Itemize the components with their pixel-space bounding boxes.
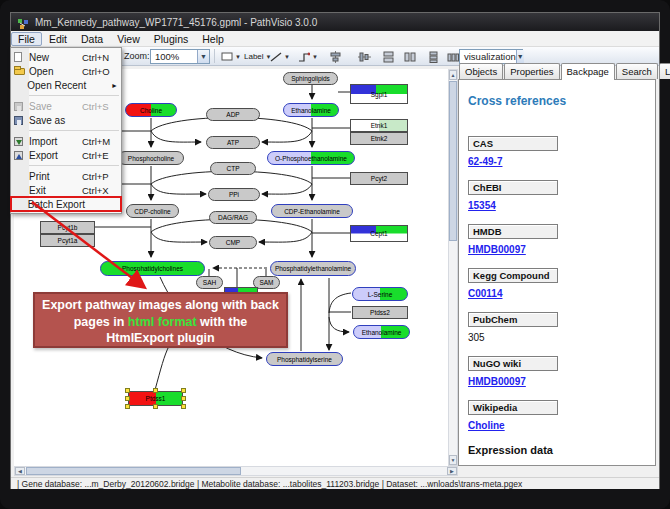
file-menu-item-import[interactable]: ImportCtrl+M (11, 134, 121, 148)
scroll-down-arrow-icon[interactable]: ▼ (449, 455, 457, 465)
node-label: Phosphocholine (128, 155, 174, 162)
node-phosphatidylethanolamine[interactable]: Phosphatidylethanolamine (270, 261, 356, 276)
datanode-icon (221, 52, 233, 61)
node-sgpl1[interactable]: Sgpl1 (350, 84, 408, 104)
node-etnk1[interactable]: Etnk1 (350, 119, 408, 132)
node-cmp[interactable]: CMP (209, 236, 257, 249)
selection-handle[interactable] (181, 396, 186, 401)
node-adp[interactable]: ADP (206, 108, 260, 121)
align-vertical-center-button[interactable] (355, 49, 374, 64)
menu-item-label: New (29, 52, 82, 63)
node-sah[interactable]: SAH (196, 276, 223, 289)
xref-link[interactable]: 62-49-7 (468, 156, 647, 167)
canvas-horizontal-scrollbar[interactable]: ◀ ▶ (14, 466, 458, 476)
node-choline[interactable]: Choline (125, 103, 177, 117)
node-label: ATP (227, 139, 239, 146)
line-tool-button[interactable]: ▼ (267, 49, 293, 64)
node-phosphocholine[interactable]: Phosphocholine (118, 151, 184, 165)
menu-shortcut: Ctrl+M (82, 136, 118, 147)
file-menu-item-open[interactable]: OpenCtrl+O (11, 64, 121, 78)
backpage-panel: Cross references CAS62-49-7ChEBI15354HMD… (458, 79, 656, 466)
stack-vertical-button[interactable] (424, 49, 443, 64)
node-sphingolipids[interactable]: Sphingolipids (283, 72, 338, 85)
new-doc-icon (14, 52, 29, 62)
node-ppi[interactable]: PPi (208, 188, 260, 201)
xref-link[interactable]: 15354 (468, 200, 647, 211)
selection-handle[interactable] (181, 388, 186, 393)
xref-link[interactable]: C00114 (468, 288, 647, 299)
node-cept1[interactable]: Cept1 (350, 225, 408, 242)
file-menu-item-print[interactable]: PrintCtrl+P (11, 169, 121, 183)
node-cdp-ethanolamine[interactable]: CDP-Ethanolamine (271, 204, 353, 218)
cross-references-heading: Cross references (468, 94, 647, 108)
menu-file[interactable]: File (11, 32, 42, 46)
node-ethanolamine[interactable]: Ethanolamine (283, 103, 339, 117)
node-ptdss1[interactable]: Ptdss1 (128, 391, 183, 406)
tab-objects[interactable]: Objects (459, 63, 503, 79)
selection-handle[interactable] (153, 388, 158, 393)
visualization-combobox[interactable]: visualization ▼ (459, 49, 523, 64)
common-width-icon (382, 51, 395, 63)
node-phosphatidylcholines[interactable]: Phosphatidylcholines (100, 261, 205, 276)
xref-link[interactable]: HMDB00097 (468, 244, 647, 255)
selection-handle[interactable] (181, 404, 186, 409)
node-etnk2[interactable]: Etnk2 (350, 132, 408, 145)
tab-backpage[interactable]: Backpage (561, 63, 615, 80)
node-l-serine[interactable]: L-Serine (352, 287, 408, 301)
node-o-phosphoethanolamine[interactable]: O-Phosphoethanolamine (267, 151, 355, 165)
node-dag-rag[interactable]: DAG/RAG (209, 211, 257, 224)
selection-handle[interactable] (125, 396, 130, 401)
tab-properties[interactable]: Properties (504, 63, 559, 79)
selection-handle[interactable] (153, 404, 158, 409)
node-label: CMP (226, 239, 240, 246)
app-icon (17, 16, 29, 28)
zoom-combobox[interactable]: 100% ▼ (150, 49, 210, 64)
xref-link[interactable]: Choline (468, 420, 647, 431)
menu-help[interactable]: Help (195, 32, 231, 46)
zoom-value: 100% (155, 51, 179, 62)
node-cdp-choline[interactable]: CDP-choline (126, 204, 179, 218)
tab-search[interactable]: Search (616, 63, 658, 79)
vertical-scroll-thumb[interactable] (449, 81, 457, 241)
file-menu-item-open-recent[interactable]: Open Recent► (11, 78, 121, 92)
connector-tool-button[interactable]: ▼ (295, 49, 321, 64)
xref-database-header-nugo-wiki: NuGO wiki (468, 356, 558, 371)
file-menu-item-save-as[interactable]: Save as (11, 113, 121, 127)
canvas-vertical-scrollbar[interactable]: ▲ ▼ (448, 69, 458, 466)
node-ctp[interactable]: CTP (210, 162, 256, 175)
menu-separator (29, 165, 119, 166)
xref-database-header-kegg-compound: Kegg Compound (468, 268, 558, 283)
align-horizontal-center-button[interactable] (326, 49, 345, 64)
menu-data[interactable]: Data (74, 32, 110, 46)
common-width-button[interactable] (379, 49, 398, 64)
node-pcyt1a[interactable]: Pcyt1a (40, 234, 95, 247)
scroll-left-arrow-icon[interactable]: ◀ (15, 467, 25, 475)
xref-link[interactable]: HMDB00097 (468, 376, 647, 387)
menu-edit[interactable]: Edit (42, 32, 74, 46)
file-menu-item-batch-export[interactable]: Batch Export (11, 197, 121, 211)
selection-handle[interactable] (125, 388, 130, 393)
node-ethanolamine[interactable]: Ethanolamine (353, 325, 410, 339)
menu-view[interactable]: View (110, 32, 147, 46)
node-pcyt1b[interactable]: Pcyt1b (40, 221, 95, 234)
common-height-icon (404, 51, 417, 63)
common-height-button[interactable] (401, 49, 420, 64)
file-menu-item-save[interactable]: SaveCtrl+S (11, 99, 121, 113)
file-menu-item-new[interactable]: NewCtrl+N (11, 50, 121, 64)
scroll-up-arrow-icon[interactable]: ▲ (449, 70, 457, 80)
xref-database-header-wikipedia: Wikipedia (468, 400, 558, 415)
node-label: ADP (226, 111, 239, 118)
node-phosphatidylserine[interactable]: Phosphatidylserine (266, 352, 343, 366)
scroll-right-arrow-icon[interactable]: ▶ (447, 467, 457, 475)
file-menu-item-exit[interactable]: ExitCtrl+X (11, 183, 121, 197)
menu-item-label: Save (29, 101, 82, 112)
menu-plugins[interactable]: Plugins (147, 32, 195, 46)
horizontal-scroll-thumb[interactable] (26, 467, 241, 475)
node-ptdss2[interactable]: Ptdss2 (352, 306, 408, 319)
file-menu-item-export[interactable]: ExportCtrl+E (11, 148, 121, 162)
selection-handle[interactable] (125, 404, 130, 409)
tab-legend[interactable]: Legend (659, 63, 670, 79)
node-label: Cept1 (370, 230, 387, 237)
node-atp[interactable]: ATP (206, 136, 260, 149)
node-pcyt2[interactable]: Pcyt2 (350, 172, 408, 185)
